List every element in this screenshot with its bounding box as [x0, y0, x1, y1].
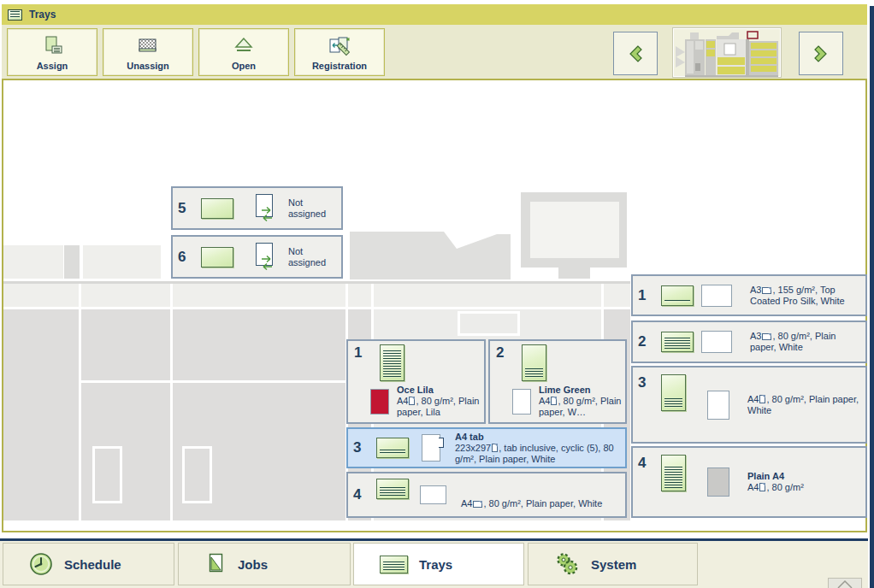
- center-tray-1[interactable]: 1 Oce Lila A4, 80 g/m², Plain paper, Lil…: [346, 339, 486, 424]
- media-name: Lime Green: [539, 385, 625, 396]
- paper-orientation-icon: [762, 287, 771, 294]
- tray-number: 1: [354, 344, 369, 362]
- tray-status: Not assigned: [288, 246, 336, 268]
- next-view-button[interactable]: [799, 32, 843, 75]
- tab-jobs[interactable]: Jobs: [178, 543, 351, 585]
- previous-view-button[interactable]: [613, 32, 658, 75]
- diagram-window: [458, 311, 520, 336]
- tray-level-icon: [201, 198, 233, 219]
- printer-thumbnail-graphic: [674, 31, 780, 77]
- tray-level-icon: [522, 344, 546, 381]
- printer-diagram-area: 5 Not assigned 6 Not assigned: [2, 80, 867, 532]
- chevron-left-icon: [625, 44, 646, 64]
- center-tray-4[interactable]: 4 A4, 80 g/m², Plain paper, White: [346, 472, 627, 518]
- tray-level-icon: [380, 344, 405, 381]
- right-tray-2[interactable]: 2 A3, 80 g/m², Plain paper, White: [631, 320, 867, 363]
- not-assigned-icon: [253, 241, 281, 273]
- diagram-notched-block: [350, 232, 511, 279]
- media-info: Plain A4 A4, 80 g/m²: [747, 471, 860, 493]
- tray-level-icon: [661, 455, 686, 491]
- media-info: Lime Green A4, 80 g/m², Plain paper, W…: [539, 385, 625, 418]
- jobs-document-icon: [204, 552, 227, 576]
- diagram-divider: [81, 380, 345, 383]
- tray-number: 6: [178, 249, 193, 266]
- tab-trays-label: Trays: [419, 557, 452, 572]
- tray-level-icon: [661, 332, 694, 352]
- right-tray-4[interactable]: 4 Plain A4 A4, 80 g/m²: [631, 446, 867, 518]
- tray-number: 5: [178, 200, 193, 217]
- diagram-block: [64, 245, 80, 279]
- not-assigned-icon: [253, 192, 281, 225]
- tray-icon: [8, 9, 22, 21]
- unassign-icon: [136, 33, 160, 59]
- paper-orientation-icon: [409, 397, 415, 405]
- media-color-swatch: [420, 485, 446, 504]
- open-button[interactable]: Open: [198, 28, 289, 76]
- clock-icon: [29, 552, 53, 576]
- media-color-swatch: [701, 285, 732, 307]
- unassign-button-label: Unassign: [127, 61, 169, 71]
- scroll-up-button[interactable]: [828, 578, 862, 588]
- assign-button-label: Assign: [37, 61, 68, 71]
- paper-orientation-icon: [759, 395, 765, 403]
- tray-level-icon: [376, 479, 409, 499]
- diagram-window: [182, 446, 212, 503]
- assign-button[interactable]: Assign: [7, 28, 97, 76]
- media-name: Plain A4: [747, 471, 860, 482]
- tray-row-6[interactable]: 6 Not assigned: [171, 235, 343, 279]
- registration-button[interactable]: Registration: [294, 28, 385, 76]
- tray-number: 1: [638, 287, 653, 304]
- tray-number: 2: [496, 344, 511, 362]
- tray-status: Not assigned: [288, 197, 336, 220]
- right-tray-1[interactable]: 1 A3, 155 g/m², Top Coated Pro Silk, Whi…: [631, 274, 867, 316]
- diagram-block: [83, 245, 161, 279]
- diagram-block: [81, 284, 170, 307]
- open-eject-icon: [232, 33, 256, 59]
- diagram-block: [3, 284, 79, 307]
- tab-system-label: System: [591, 557, 636, 572]
- chevron-right-icon: [811, 44, 831, 64]
- diagram-block: [348, 284, 371, 307]
- media-info: A4, 80 g/m², Plain paper, White: [747, 394, 860, 416]
- center-tray-3[interactable]: 3 A4 tab 223x297, tab inclusive, cyclic …: [346, 427, 627, 468]
- tray-row-5[interactable]: 5 Not assigned: [171, 186, 343, 230]
- tab-schedule-label: Schedule: [64, 557, 121, 572]
- paper-orientation-icon: [492, 444, 498, 452]
- tray-number: 4: [353, 486, 369, 503]
- media-info: A3, 80 g/m², Plain paper, White: [750, 331, 860, 353]
- diagram-block: [3, 309, 79, 520]
- open-button-label: Open: [232, 61, 256, 71]
- right-tray-3[interactable]: 3 A4, 80 g/m², Plain paper, White: [631, 366, 867, 444]
- media-name: Oce Lila: [397, 385, 484, 396]
- tab-trays[interactable]: Trays: [353, 543, 524, 585]
- unassign-button[interactable]: Unassign: [103, 28, 193, 76]
- tab-jobs-label: Jobs: [238, 557, 268, 572]
- diagram-block: [374, 284, 601, 307]
- screen-edge-strip: [870, 6, 874, 588]
- media-info: Oce Lila A4, 80 g/m², Plain paper, Lila: [397, 385, 484, 418]
- registration-icon: [327, 33, 352, 59]
- media-info: A4, 80 g/m², Plain paper, White: [461, 498, 620, 509]
- tab-system[interactable]: System: [528, 543, 698, 585]
- tray-level-icon: [661, 285, 694, 306]
- diagram-monitor-screen: [530, 202, 619, 258]
- tray-number: 2: [638, 333, 653, 350]
- tab-bar: Schedule Jobs Trays System: [0, 541, 868, 588]
- media-color-swatch: [512, 389, 531, 415]
- tray-number: 3: [353, 439, 369, 456]
- printer-overview-thumbnail[interactable]: [672, 27, 782, 78]
- tray-level-icon: [201, 247, 233, 268]
- tray-number: 4: [638, 455, 653, 472]
- diagram-window: [92, 446, 122, 503]
- toolbar: Assign Unassign: [2, 25, 867, 80]
- media-color-swatch: [370, 389, 389, 415]
- media-color-swatch: [707, 391, 729, 420]
- paper-orientation-icon: [473, 501, 482, 508]
- chevron-up-icon: [836, 579, 854, 588]
- gears-icon: [554, 551, 580, 577]
- paper-orientation-icon: [759, 483, 765, 491]
- tray-level-icon: [661, 374, 686, 411]
- center-tray-2[interactable]: 2 Lime Green A4, 80 g/m², Plain paper, W…: [488, 339, 627, 424]
- tab-schedule[interactable]: Schedule: [3, 543, 174, 585]
- window-title: Trays: [29, 9, 56, 21]
